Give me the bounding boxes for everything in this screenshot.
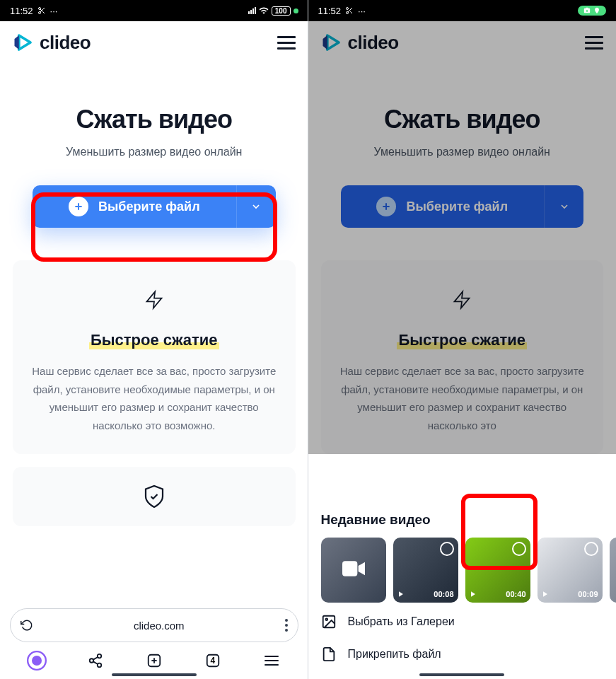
signal-icon [248, 7, 256, 14]
battery-icon: 100 [272, 6, 291, 16]
chevron-down-icon [559, 201, 570, 212]
status-bar: 11:52 ··· 100 [0, 0, 308, 21]
browser-url: clideo.com [42, 620, 277, 632]
image-icon [321, 614, 337, 629]
scissors-icon [37, 6, 46, 15]
page-title: Сжать видео [21, 105, 287, 134]
dropdown-toggle[interactable] [236, 185, 276, 228]
play-icon [321, 32, 342, 53]
ellipsis-icon: ··· [358, 6, 366, 16]
status-bar: 11:52 ··· [308, 0, 617, 21]
menu-button[interactable] [585, 36, 603, 50]
gallery-label: Выбрать из Галереи [348, 615, 455, 628]
chevron-down-icon [250, 201, 262, 212]
svg-line-22 [350, 11, 352, 13]
lightning-icon [144, 286, 164, 314]
svg-marker-30 [543, 591, 547, 597]
home-indicator [419, 673, 504, 676]
svg-marker-7 [146, 291, 161, 308]
feature-card-2 [13, 467, 296, 526]
browser-menu-button[interactable] [285, 619, 288, 632]
app-header: clideo [308, 21, 617, 64]
svg-line-14 [93, 657, 98, 660]
video-thumbnail[interactable] [610, 538, 617, 603]
brand-name: clideo [348, 32, 399, 54]
choose-file-label: Выберите файл [98, 199, 200, 214]
feature-title: Быстрое сжатие [89, 331, 219, 349]
play-icon [13, 32, 34, 53]
svg-point-12 [97, 663, 101, 668]
brand-logo[interactable]: clideo [321, 32, 399, 54]
reload-icon[interactable] [21, 619, 33, 632]
page-subtitle: Уменьшить размер видео онлайн [21, 146, 287, 158]
selection-circle [512, 542, 526, 556]
gallery-option[interactable]: Выбрать из Галереи [308, 603, 617, 635]
svg-point-19 [347, 8, 349, 10]
app-header: clideo [0, 21, 308, 64]
svg-marker-26 [455, 291, 470, 308]
file-icon [321, 646, 337, 662]
choose-file-label: Выберите файл [406, 199, 508, 214]
dropdown-toggle[interactable] [544, 185, 583, 228]
share-button[interactable] [83, 649, 107, 673]
plus-icon [69, 197, 88, 216]
svg-point-0 [38, 8, 40, 10]
camera-icon [342, 560, 365, 577]
svg-line-4 [40, 9, 42, 11]
svg-marker-29 [471, 591, 475, 597]
play-icon [542, 591, 549, 598]
camera-tile[interactable] [321, 538, 386, 603]
tabs-button[interactable]: 4 [201, 649, 225, 673]
page-title: Сжать видео [330, 105, 595, 134]
feature-card: Быстрое сжатие Наш сервис сделает все за… [321, 260, 604, 454]
browser-address-bar[interactable]: clideo.com [10, 608, 298, 642]
svg-rect-27 [342, 561, 357, 576]
video-thumbnail[interactable]: 00:08 [393, 538, 458, 603]
page-subtitle: Уменьшить размер видео онлайн [330, 146, 595, 158]
wifi-icon [259, 6, 269, 16]
plus-icon [376, 197, 396, 216]
home-button[interactable] [25, 649, 49, 673]
video-thumbnail[interactable]: 00:40 [465, 538, 530, 603]
hero-section: Сжать видео Уменьшить размер видео онлай… [0, 64, 308, 173]
svg-point-1 [38, 12, 40, 14]
feature-text: Наш сервис сделает все за вас, просто за… [30, 362, 279, 434]
shield-icon [141, 484, 167, 509]
status-time: 11:52 [318, 6, 342, 16]
attach-label: Прикрепить файл [348, 648, 441, 661]
svg-point-20 [347, 12, 349, 14]
home-indicator [112, 673, 197, 676]
brand-name: clideo [40, 32, 91, 54]
svg-line-3 [42, 11, 45, 13]
nav-menu-button[interactable] [260, 649, 284, 673]
feature-card: Быстрое сжатие Наш сервис сделает все за… [13, 260, 296, 454]
svg-point-11 [89, 658, 93, 663]
svg-marker-28 [399, 591, 403, 597]
menu-button[interactable] [277, 36, 296, 50]
video-duration: 00:40 [506, 590, 525, 598]
video-duration: 00:09 [578, 590, 598, 598]
new-tab-button[interactable] [142, 649, 166, 673]
status-time: 11:52 [10, 6, 33, 16]
hero-section: Сжать видео Уменьшить размер видео онлай… [308, 64, 617, 173]
video-duration: 00:08 [434, 590, 453, 598]
play-icon [470, 591, 477, 598]
choose-file-button[interactable]: Выберите файл [33, 185, 276, 228]
svg-point-10 [97, 654, 101, 658]
tabs-count: 4 [210, 656, 215, 666]
brand-logo[interactable]: clideo [13, 32, 91, 54]
selection-circle [440, 542, 454, 556]
feature-text: Наш сервис сделает все за вас, просто за… [338, 362, 587, 434]
permission-pill [578, 6, 606, 16]
play-icon [397, 591, 405, 598]
svg-line-13 [93, 661, 98, 664]
status-dot [294, 8, 298, 13]
svg-point-23 [586, 10, 588, 12]
lightning-icon [452, 286, 472, 314]
scissors-icon [345, 6, 354, 15]
attach-option[interactable]: Прикрепить файл [308, 635, 617, 668]
choose-file-button[interactable]: Выберите файл [341, 185, 584, 228]
video-thumbnail[interactable]: 00:09 [537, 538, 603, 603]
file-picker-sheet: Недавние видео 00:08 00:40 [308, 499, 617, 679]
selection-circle [584, 542, 598, 556]
